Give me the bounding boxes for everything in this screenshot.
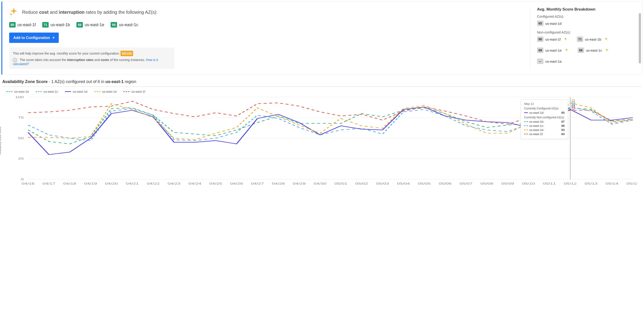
legend-swatch xyxy=(94,91,100,92)
svg-text:05/05: 05/05 xyxy=(418,182,431,185)
current-score-badge: 65/100 xyxy=(120,51,133,56)
az-chip: 66us-east-1c xyxy=(110,22,138,27)
svg-text:04/29: 04/29 xyxy=(292,182,306,185)
az-name: us-east-1e xyxy=(85,22,104,27)
recommendation-card: Reduce cost and interruption rates by ad… xyxy=(2,1,642,75)
legend-label: us-east-1c xyxy=(44,90,58,93)
info-icon: i xyxy=(13,58,17,62)
svg-text:04/22: 04/22 xyxy=(147,182,160,185)
legend-swatch xyxy=(65,91,71,92)
svg-text:05/04: 05/04 xyxy=(397,182,410,185)
svg-text:05/15: 05/15 xyxy=(626,182,637,185)
legend-item[interactable]: us-east-1c xyxy=(36,90,58,93)
svg-text:04/25: 04/25 xyxy=(209,182,222,185)
configured-subtitle: Configured AZ(s): xyxy=(537,14,636,18)
sparkle-icon xyxy=(564,37,568,42)
hover-markers xyxy=(572,100,575,109)
y-axis-label: Availability Zone Score xyxy=(0,127,2,155)
breakdown-title: Avg. Monthly Score Breakdown xyxy=(537,7,636,12)
score-badge: -- xyxy=(537,58,544,64)
hover-marker xyxy=(572,106,575,110)
svg-text:05/09: 05/09 xyxy=(501,182,514,185)
svg-text:04/16: 04/16 xyxy=(22,182,34,185)
az-chip: 80us-east-1f xyxy=(537,36,568,42)
legend-label: us-east-1e xyxy=(102,90,117,93)
az-chip: 80us-east-1f xyxy=(9,22,36,27)
chart-section-title: Availability Zone Score - 1 AZ(s) config… xyxy=(2,79,642,87)
svg-text:75: 75 xyxy=(18,116,24,119)
svg-text:05/08: 05/08 xyxy=(480,182,493,185)
az-name: us-east-1c xyxy=(586,48,602,52)
svg-text:0: 0 xyxy=(21,178,24,181)
configured-az-grid: 65us-east-1d xyxy=(537,21,636,26)
legend-item[interactable]: us-east-1d xyxy=(65,90,88,93)
score-badge: 71 xyxy=(42,22,49,27)
legend-item[interactable]: us-east-1e xyxy=(94,90,117,93)
az-chip: --us-east-1a xyxy=(537,58,562,64)
score-badge: 65 xyxy=(537,21,544,26)
plus-icon: + xyxy=(52,35,55,40)
score-badge: 80 xyxy=(537,36,544,42)
score-badge: 71 xyxy=(577,36,583,42)
svg-text:05/14: 05/14 xyxy=(606,182,618,185)
svg-text:04/19: 04/19 xyxy=(84,182,97,185)
svg-text:100: 100 xyxy=(15,96,24,99)
az-name: us-east-1f xyxy=(545,37,561,41)
sparkle-icon xyxy=(604,37,608,42)
az-chip: 66us-east-1c xyxy=(578,47,609,53)
score-badge: 66 xyxy=(110,22,117,27)
scrollbar[interactable] xyxy=(639,13,641,63)
svg-text:05/07: 05/07 xyxy=(460,182,472,185)
az-name: us-east-1a xyxy=(545,59,562,63)
svg-text:05/12: 05/12 xyxy=(564,182,577,185)
legend-item[interactable]: us-east-1b xyxy=(6,90,29,93)
svg-text:25: 25 xyxy=(18,157,24,160)
chart-tooltip: May 12Currently Configured AZ(s):us-east… xyxy=(521,99,568,139)
legend-label: us-east-1b xyxy=(14,90,29,93)
svg-text:04/20: 04/20 xyxy=(105,182,118,185)
az-chip: 65us-east-1d xyxy=(537,21,562,26)
score-badge: 66 xyxy=(578,47,584,53)
sparkle-icon xyxy=(9,7,18,17)
svg-text:05/01: 05/01 xyxy=(334,182,347,185)
svg-text:05/03: 05/03 xyxy=(376,182,389,185)
sparkle-icon xyxy=(564,48,568,53)
svg-text:04/17: 04/17 xyxy=(42,182,55,185)
add-to-configuration-button[interactable]: Add to Configuration + xyxy=(9,32,59,43)
svg-text:04/30: 04/30 xyxy=(314,182,326,185)
legend-item[interactable]: us-east-1f xyxy=(124,90,145,93)
legend-swatch xyxy=(6,91,12,92)
sparkle-icon xyxy=(605,48,609,53)
az-name: us-east-1e xyxy=(545,48,562,52)
svg-text:05/10: 05/10 xyxy=(522,182,535,185)
chart-legend: us-east-1bus-east-1cus-east-1dus-east-1e… xyxy=(6,90,644,93)
legend-swatch xyxy=(124,91,130,92)
nonconfigured-subtitle: Non-configured AZ(s): xyxy=(537,30,636,34)
az-chip: 71us-east-1b xyxy=(42,22,70,27)
breakdown-panel: Avg. Monthly Score Breakdown Configured … xyxy=(530,7,636,69)
nonconfigured-az-grid: 80us-east-1f71us-east-1b68us-east-1e66us… xyxy=(537,36,636,64)
svg-text:04/18: 04/18 xyxy=(63,182,76,185)
az-name: us-east-1c xyxy=(119,22,138,27)
svg-text:05/11: 05/11 xyxy=(543,182,556,185)
suggested-az-row: 80us-east-1f71us-east-1b68us-east-1e66us… xyxy=(9,22,521,27)
legend-swatch xyxy=(36,91,42,92)
svg-text:04/27: 04/27 xyxy=(251,182,264,185)
az-name: us-east-1f xyxy=(18,22,36,27)
az-name: us-east-1d xyxy=(545,21,562,25)
svg-text:04/21: 04/21 xyxy=(126,182,138,185)
recommendation-left: Reduce cost and interruption rates by ad… xyxy=(9,7,521,69)
legend-label: us-east-1f xyxy=(131,90,145,93)
svg-text:04/26: 04/26 xyxy=(230,182,243,185)
az-name: us-east-1b xyxy=(50,22,70,27)
legend-label: us-east-1d xyxy=(73,90,88,93)
score-badge: 80 xyxy=(9,22,16,27)
az-chip: 71us-east-1b xyxy=(577,36,608,42)
score-notice: This will help improve the avg. monthly … xyxy=(9,47,174,69)
svg-text:05/13: 05/13 xyxy=(585,182,598,185)
svg-text:05/02: 05/02 xyxy=(355,182,368,185)
az-chip: 68us-east-1e xyxy=(537,47,568,53)
svg-text:05/06: 05/06 xyxy=(438,182,452,185)
svg-text:04/24: 04/24 xyxy=(188,182,201,185)
chart-container: Availability Zone Score 025507510004/160… xyxy=(2,95,637,186)
